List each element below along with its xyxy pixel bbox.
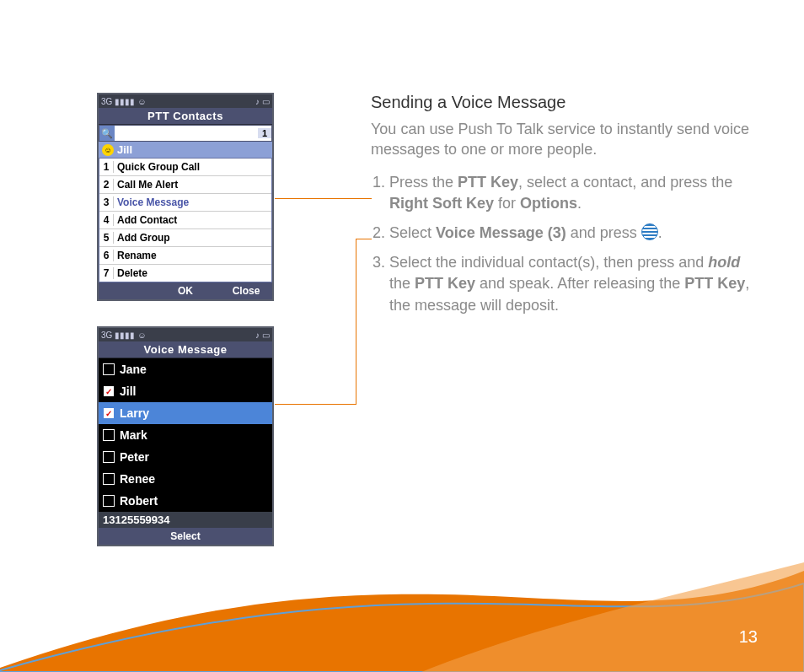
contact-row[interactable]: Mark [99,424,272,446]
search-bar: 🔍 1 [99,125,272,142]
menu-item[interactable]: 6Rename [99,247,271,265]
signal-3g-icon: 3G [101,331,112,340]
checkbox-icon [103,495,115,507]
battery-icon: ▭ [262,97,270,106]
soft-key-left[interactable] [104,285,146,297]
instruction-text: Sending a Voice Message You can use Push… [371,93,754,325]
steps-list: Press the PTT Key, select a contact, and… [371,172,754,316]
callout-line [275,198,372,199]
phone-1-ptt-contacts: 3G ▮▮▮▮ ☺ ♪ ▭ PTT Contacts 🔍 1 ☺ Jill [97,93,274,301]
battery-icon: ▭ [262,331,270,340]
manual-page: 3G ▮▮▮▮ ☺ ♪ ▭ PTT Contacts 🔍 1 ☺ Jill [0,0,804,672]
contact-name: Jill [117,143,132,156]
intro-paragraph: You can use Push To Talk service to inst… [371,119,754,160]
contact-row[interactable]: ✓Jill [99,380,272,402]
status-smile-icon: ☺ [137,331,146,340]
section-heading: Sending a Voice Message [371,93,754,112]
contact-row[interactable]: Robert [99,490,272,512]
contact-status-icon: ☺ [102,144,114,156]
contact-row[interactable]: Peter [99,446,272,468]
step-2: Select Voice Message (3) and press . [389,223,754,244]
att-globe-icon [641,223,658,240]
soft-key-ok[interactable]: OK [146,285,225,297]
contact-row[interactable]: Renee [99,468,272,490]
checkbox-icon [103,451,115,463]
status-smile-icon: ☺ [137,97,146,106]
menu-item[interactable]: 5Add Group [99,229,271,247]
contact-header: ☺ Jill [99,142,272,158]
search-icon: 🔍 [99,126,115,141]
status-bar: 3G ▮▮▮▮ ☺ ♪ ▭ [99,328,272,341]
phone-title: Voice Message [99,341,272,358]
step-1: Press the PTT Key, select a contact, and… [389,172,754,214]
checkbox-checked-icon: ✓ [103,385,115,397]
phone-title: PTT Contacts [99,108,272,125]
callout-line [356,239,356,405]
contact-list: Jane ✓Jill ✓Larry Mark Peter Renee Rober… [99,358,272,512]
signal-bars-icon: ▮▮▮▮ [115,97,135,106]
signal-3g-icon: 3G [101,97,112,106]
contact-phone-number: 13125559934 [99,512,272,528]
soft-keys: OK Close [99,282,272,299]
menu-item[interactable]: 4Add Contact [99,212,271,229]
signal-bars-icon: ▮▮▮▮ [115,331,135,340]
search-field[interactable] [115,126,258,140]
menu-item[interactable]: 7Delete [99,265,271,282]
checkbox-icon [103,473,115,485]
callout-line [356,239,372,239]
checkbox-icon [103,363,115,375]
music-icon: ♪ [255,97,260,106]
checkbox-icon [103,429,115,441]
checkbox-checked-icon: ✓ [103,407,115,419]
page-number: 13 [739,627,758,647]
callout-line [275,404,356,405]
status-bar: 3G ▮▮▮▮ ☺ ♪ ▭ [99,94,272,108]
search-count: 1 [258,128,271,138]
options-menu: 1Quick Group Call 2Call Me Alert 3Voice … [99,158,272,282]
menu-item[interactable]: 1Quick Group Call [99,159,271,176]
phone-screenshots-column: 3G ▮▮▮▮ ☺ ♪ ▭ PTT Contacts 🔍 1 ☺ Jill [97,93,274,572]
music-icon: ♪ [255,331,260,340]
soft-key-close[interactable]: Close [225,285,267,297]
menu-item-voice-message[interactable]: 3Voice Message [99,194,271,212]
step-3: Select the individual contact(s), then p… [389,252,754,316]
footer-wave-graphic [0,537,804,672]
phone-2-voice-message: 3G ▮▮▮▮ ☺ ♪ ▭ Voice Message Jane ✓Jill ✓… [97,326,274,546]
menu-item[interactable]: 2Call Me Alert [99,176,271,194]
contact-row-larry[interactable]: ✓Larry [99,402,272,424]
contact-row[interactable]: Jane [99,358,272,380]
